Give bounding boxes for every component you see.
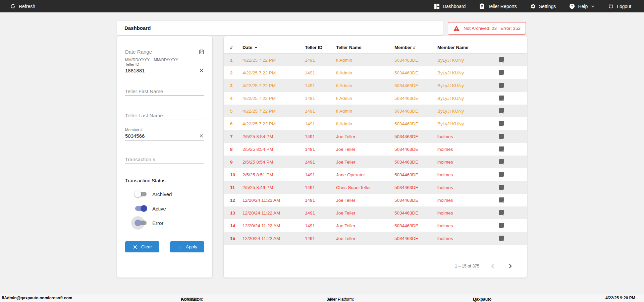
- row-number: 15: [230, 236, 243, 241]
- previous-page-button[interactable]: [489, 262, 497, 270]
- row-teller-id: 1491: [305, 58, 336, 63]
- nav-logout[interactable]: Logout: [608, 3, 631, 9]
- clear-button[interactable]: Clear: [125, 241, 159, 252]
- table-row[interactable]: 3 4/22/25 7:22 PM 1491 fi Admin 5034463D…: [224, 79, 527, 92]
- note-icon[interactable]: [499, 96, 521, 101]
- clear-teller-id-icon[interactable]: [199, 68, 204, 73]
- row-teller-id: 1491: [305, 185, 336, 190]
- teller-id-label: Teller ID: [125, 62, 204, 66]
- chevron-down-icon: [591, 4, 595, 8]
- row-date: 2/5/25 8:54 PM: [243, 147, 305, 152]
- table-row[interactable]: 8 2/5/25 8:54 PM 1491 Joe Teller 5034463…: [224, 143, 527, 156]
- table-row[interactable]: 5 4/22/25 7:22 PM 1491 fi Admin 5034463D…: [224, 105, 527, 117]
- transaction-number-input[interactable]: [125, 157, 204, 162]
- transaction-status-label: Transaction Status:: [125, 178, 204, 183]
- column-header-teller-name[interactable]: Teller Name: [336, 45, 394, 50]
- note-icon[interactable]: [499, 57, 521, 63]
- error-toggle[interactable]: [135, 221, 147, 225]
- table-row[interactable]: 1 4/22/25 7:22 PM 1491 fi Admin 5034463D…: [224, 54, 527, 66]
- archived-toggle[interactable]: [135, 192, 147, 196]
- note-icon[interactable]: [499, 83, 521, 88]
- row-teller-name: fi Admin: [336, 70, 394, 75]
- note-icon[interactable]: [499, 134, 521, 139]
- row-number: 13: [230, 210, 243, 216]
- note-icon[interactable]: [499, 146, 521, 152]
- row-member-number: 5034463DE: [394, 147, 437, 152]
- member-number-input[interactable]: [125, 133, 199, 139]
- note-icon[interactable]: [499, 210, 521, 216]
- clear-member-number-icon[interactable]: [199, 133, 204, 139]
- power-icon: [608, 3, 614, 9]
- table-row[interactable]: 6 4/22/25 7:22 PM 1491 fi Admin 5034463D…: [224, 117, 527, 130]
- note-icon[interactable]: [499, 172, 521, 177]
- row-teller-name: Joe Teller: [336, 147, 394, 152]
- note-icon[interactable]: [499, 70, 521, 75]
- row-member-number: 5034463DE: [394, 121, 437, 126]
- pagination: 1 – 15 of 375: [455, 262, 514, 270]
- row-member-name: ByLyJI KUNy: [437, 83, 499, 88]
- teller-id-input[interactable]: [125, 68, 199, 73]
- table-row[interactable]: 12 12/20/24 11:22 AM 1491 Joe Teller 503…: [224, 194, 527, 206]
- teller-last-name-input[interactable]: [125, 113, 204, 118]
- table-row[interactable]: 2 4/22/25 7:22 PM 1491 fi Admin 5034463D…: [224, 66, 527, 79]
- note-icon[interactable]: [499, 159, 521, 165]
- table-row[interactable]: 9 2/5/25 8:54 PM 1491 Joe Teller 5034463…: [224, 156, 527, 168]
- apply-button[interactable]: Apply: [170, 241, 204, 252]
- active-toggle-label: Active: [152, 206, 166, 212]
- table-row[interactable]: 4 4/22/25 7:22 PM 1491 fi Admin 5034463D…: [224, 92, 527, 105]
- row-member-name: lholmes: [437, 147, 499, 152]
- row-date: 4/22/25 7:22 PM: [243, 70, 305, 75]
- filter-icon: [177, 244, 182, 250]
- row-member-name: lholmes: [437, 223, 499, 228]
- calendar-icon[interactable]: [199, 49, 204, 55]
- row-number: 10: [230, 172, 243, 177]
- active-toggle[interactable]: [135, 206, 147, 211]
- next-page-button[interactable]: [506, 262, 514, 270]
- filter-panel: MM/DD/YYYY – MM/DD/YYYY Teller ID Member…: [117, 36, 212, 278]
- nav-dashboard[interactable]: Dashboard: [434, 3, 466, 9]
- date-range-input[interactable]: [125, 49, 199, 55]
- dashboard-icon: [434, 3, 440, 9]
- row-teller-id: 1491: [305, 160, 336, 165]
- top-navigation-bar: Refresh Dashboard Teller Reports Settin: [0, 0, 644, 12]
- column-header-num[interactable]: #: [230, 45, 243, 50]
- row-member-name: ByLyJI KUNy: [437, 96, 499, 101]
- row-teller-id: 1491: [305, 96, 336, 101]
- note-icon[interactable]: [499, 108, 521, 114]
- note-icon[interactable]: [499, 185, 521, 190]
- note-icon[interactable]: [499, 121, 521, 126]
- row-number: 8: [230, 147, 243, 152]
- nav-dashboard-label: Dashboard: [443, 4, 466, 9]
- clear-x-icon: [132, 244, 138, 250]
- table-row[interactable]: 15 12/20/24 11:22 AM 1491 Joe Teller 503…: [224, 232, 527, 245]
- row-date: 12/20/24 11:22 AM: [243, 236, 305, 241]
- teller-first-name-input[interactable]: [125, 88, 204, 94]
- row-member-number: 5034463DE: [394, 160, 437, 165]
- column-header-member-name[interactable]: Member Name: [437, 45, 499, 50]
- status-alert-badge[interactable]: Not Archived: 23 Error: 352: [448, 22, 526, 35]
- column-header-teller-id[interactable]: Teller ID: [305, 45, 336, 50]
- note-icon[interactable]: [499, 223, 521, 228]
- nav-teller-reports[interactable]: Teller Reports: [479, 3, 517, 9]
- nav-settings[interactable]: Settings: [530, 3, 556, 9]
- table-row[interactable]: 14 12/20/24 11:22 AM 1491 Joe Teller 503…: [224, 219, 527, 232]
- row-member-name: ByLyJI KUNy: [437, 109, 499, 114]
- row-teller-name: fi Admin: [336, 121, 394, 126]
- row-teller-id: 1491: [305, 210, 336, 216]
- member-number-label: Member #: [125, 128, 204, 132]
- table-row[interactable]: 10 2/5/25 8:51 PM 1491 Jane Operator 503…: [224, 168, 527, 181]
- nav-help[interactable]: ? Help: [569, 3, 595, 9]
- column-header-member-number[interactable]: Member #: [394, 45, 437, 50]
- column-header-date[interactable]: Date: [243, 45, 305, 50]
- table-row[interactable]: 7 2/5/25 8:54 PM 1491 Joe Teller 5034463…: [224, 130, 527, 143]
- row-member-name: lholmes: [437, 160, 499, 165]
- transactions-panel: # Date Teller ID Teller Name Member # Me…: [224, 36, 527, 278]
- row-number: 1: [230, 58, 243, 63]
- table-row[interactable]: 13 12/20/24 11:22 AM 1491 Joe Teller 503…: [224, 206, 527, 219]
- refresh-button[interactable]: Refresh: [10, 3, 35, 9]
- row-member-number: 5034463DE: [394, 198, 437, 203]
- table-row[interactable]: 11 2/5/25 8:49 PM 1491 Chris SuperTeller…: [224, 181, 527, 194]
- note-icon[interactable]: [499, 236, 521, 241]
- row-number: 12: [230, 198, 243, 203]
- note-icon[interactable]: [499, 197, 521, 203]
